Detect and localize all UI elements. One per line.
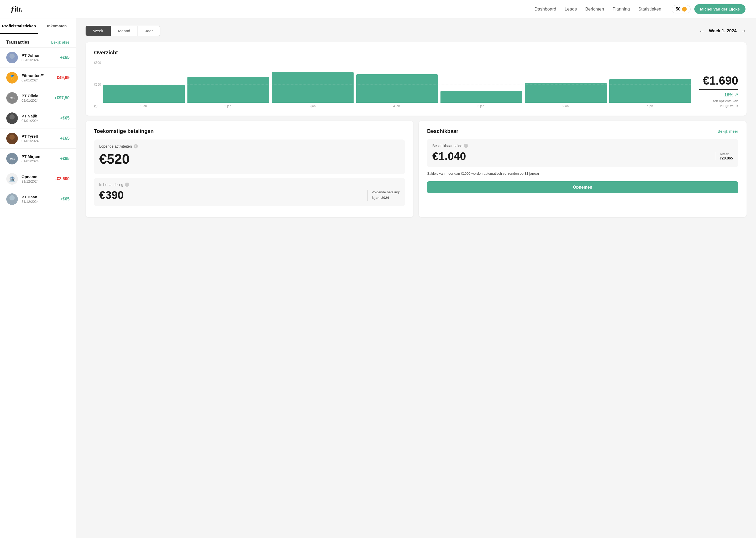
avatar: 🏦 — [6, 173, 18, 185]
maand-button[interactable]: Maand — [111, 26, 138, 36]
jaar-button[interactable]: Jaar — [138, 26, 161, 36]
y-label-0: €0 — [94, 105, 101, 108]
transaction-amount: +€65 — [60, 197, 70, 201]
chart-bar-col: 4 jan. — [356, 74, 438, 108]
avatar: OS — [6, 92, 18, 104]
bar-label-5jan: 5 jan. — [478, 104, 485, 108]
list-item[interactable]: 🏅 Fitmunten™ 02/01/2024 -€49,99 — [0, 68, 76, 88]
transaction-amount: +€65 — [60, 55, 70, 60]
volgende-betaling: Volgende betaling: 8 jan, 2024 — [367, 190, 400, 201]
avatar: 🏅 — [6, 72, 18, 83]
lopende-label-row: Lopende activiteiten i — [99, 144, 400, 148]
beschikbaar-saldo-subcard: Beschikbaar saldo i €1.040 Totaal: €20.8… — [427, 139, 738, 167]
list-item[interactable]: 🏦 Opname 31/12/2024 -€2.600 — [0, 169, 76, 189]
transaction-name: PT Najib — [22, 114, 57, 118]
chart-pct-text: ten opzichte vanvorige week — [699, 99, 738, 108]
coins-value: 50 — [676, 7, 681, 12]
list-item[interactable]: PT Tyrell 01/01/2024 +€65 — [0, 128, 76, 148]
logo: ƒitr. — [11, 5, 22, 13]
nav-dashboard[interactable]: Dashboard — [535, 7, 556, 12]
bar-label-2jan: 2 jan. — [224, 104, 232, 108]
info-icon-3[interactable]: i — [464, 144, 468, 148]
tab-profielstatistieken[interactable]: Profielstatistieken — [0, 19, 38, 34]
bar-label-3jan: 3 jan. — [309, 104, 316, 108]
nav-planning[interactable]: Planning — [612, 7, 630, 12]
info-icon-2[interactable]: i — [125, 183, 129, 187]
sidebar: Profielstatistieken Inkomsten Transactie… — [0, 19, 76, 538]
transaction-amount: -€2.600 — [55, 177, 70, 181]
saldo-label: Beschikbaar saldo — [432, 144, 462, 148]
svg-point-1 — [7, 59, 17, 63]
info-icon[interactable]: i — [134, 144, 138, 148]
transaction-name: Opname — [22, 175, 52, 179]
bar-1jan — [103, 85, 185, 103]
transaction-info: PT Najib 01/01/2024 — [22, 114, 57, 123]
behandeling-label-row: In behandeling i — [99, 183, 400, 187]
bar-label-1jan: 1 jan. — [140, 104, 148, 108]
transactions-header: Transacties Bekijk alles — [0, 34, 76, 47]
nav-statistieken[interactable]: Statistieken — [638, 7, 661, 12]
list-item[interactable]: MB PT Mirjam 01/01/2024 +€65 — [0, 148, 76, 169]
list-item[interactable]: PT Najib 01/01/2024 +€65 — [0, 108, 76, 128]
avatar — [6, 133, 18, 144]
chart-big-amount: €1.690 — [699, 75, 738, 86]
nav-leads[interactable]: Leads — [565, 7, 577, 12]
nav-berichten[interactable]: Berichten — [585, 7, 604, 12]
avatar — [6, 52, 18, 63]
transaction-info: Fitmunten™ 02/01/2024 — [22, 73, 52, 82]
bar-7jan — [609, 79, 691, 103]
volgende-label: Volgende betaling: — [372, 190, 400, 194]
lopende-label: Lopende activiteiten — [99, 144, 132, 148]
list-item[interactable]: PT Johan 03/01/2024 +€65 — [0, 47, 76, 68]
opnemen-button[interactable]: Opnemen — [427, 181, 738, 193]
bekijk-meer-link[interactable]: Bekijk meer — [718, 129, 738, 134]
bekijk-alles-link[interactable]: Bekijk alles — [51, 40, 70, 44]
transaction-date: 31/12/2024 — [22, 200, 57, 204]
lopende-subcard: Lopende activiteiten i €520 — [94, 139, 405, 174]
user-profile-button[interactable]: Michel van der Lijcke — [694, 4, 745, 14]
volgende-date: 8 jan, 2024 — [372, 196, 389, 200]
chart-bar-col: 7 jan. — [609, 79, 691, 108]
week-button[interactable]: Week — [86, 26, 111, 36]
avatar-initials: MB — [10, 157, 15, 161]
bar-label-6jan: 6 jan. — [562, 104, 569, 108]
main-content: Week Maand Jaar ← Week 1, 2024 → Overzic… — [76, 19, 756, 538]
bar-5jan — [441, 91, 522, 103]
transaction-info: Opname 31/12/2024 — [22, 175, 52, 183]
week-label: Week 1, 2024 — [709, 28, 736, 34]
transaction-date: 01/01/2024 — [22, 119, 57, 123]
verzend-datum: 31 januari — [525, 172, 541, 176]
transaction-amount: +€65 — [60, 116, 70, 121]
transaction-date: 02/01/2024 — [22, 78, 52, 82]
transaction-info: PT Olivia 02/01/2024 — [22, 93, 51, 102]
y-label-250: €250 — [94, 83, 101, 86]
overview-title: Overzicht — [94, 50, 738, 56]
transaction-amount: +€65 — [60, 136, 70, 141]
tab-inkomsten[interactable]: Inkomsten — [38, 19, 76, 34]
chart-pct: +18% ↗ — [699, 92, 738, 98]
avatar: MB — [6, 153, 18, 164]
next-week-button[interactable]: → — [741, 27, 746, 34]
avatar — [6, 112, 18, 124]
avatar-icon: 🏅 — [9, 75, 16, 81]
svg-point-6 — [10, 195, 15, 200]
chart-bar-col: 2 jan. — [187, 77, 269, 108]
behandeling-subcard: In behandeling i €390 Volgende betaling:… — [94, 178, 405, 206]
svg-point-0 — [10, 54, 15, 59]
bar-3jan — [272, 72, 353, 103]
overview-card: Overzicht €500 €250 €0 — [86, 42, 746, 116]
prev-week-button[interactable]: ← — [699, 27, 705, 34]
list-item[interactable]: PT Daan 31/12/2024 +€65 — [0, 189, 76, 209]
transaction-info: PT Tyrell 01/01/2024 — [22, 134, 57, 143]
nav-links: Dashboard Leads Berichten Planning Stati… — [535, 7, 661, 12]
transaction-date: 01/01/2024 — [22, 139, 57, 143]
time-filter-row: Week Maand Jaar ← Week 1, 2024 → — [86, 26, 746, 36]
list-item[interactable]: OS PT Olivia 02/01/2024 +€97,50 — [0, 88, 76, 108]
transaction-name: PT Tyrell — [22, 134, 57, 138]
main-layout: Profielstatistieken Inkomsten Transactie… — [0, 19, 756, 538]
bar-label-7jan: 7 jan. — [646, 104, 654, 108]
week-navigation: ← Week 1, 2024 → — [699, 27, 746, 34]
transaction-date: 01/01/2024 — [22, 159, 57, 163]
avatar — [6, 193, 18, 205]
transactions-title: Transacties — [6, 40, 29, 45]
